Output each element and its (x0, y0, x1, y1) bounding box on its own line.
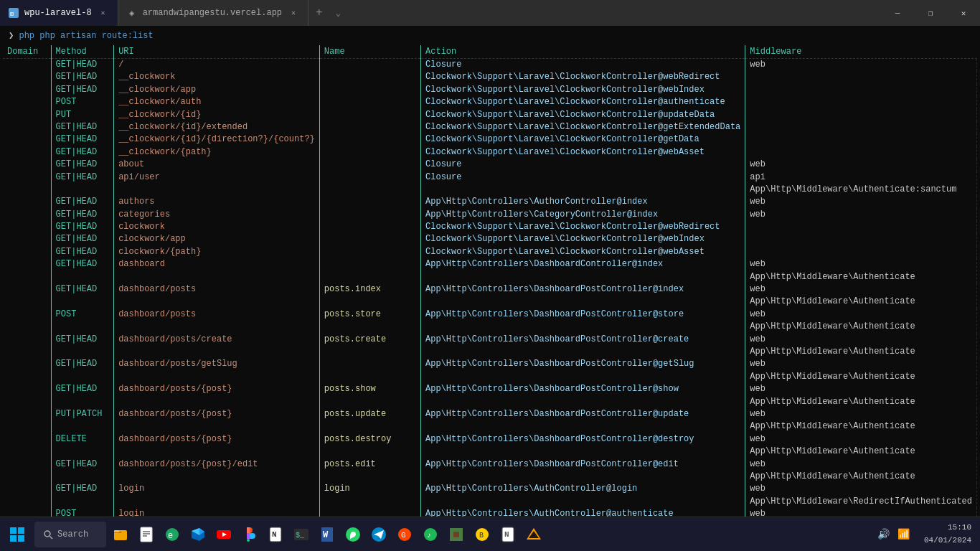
svg-rect-4 (10, 535, 17, 542)
cell-middleware (745, 133, 977, 146)
taskbar-search[interactable]: Search (34, 522, 106, 547)
cell-action: App\Http\Controllers\DashboardPostContro… (421, 458, 745, 484)
cell-middleware: webApp\Http\Middleware\RedirectIfAuthent… (745, 483, 977, 508)
cell-method: GET|HEAD (51, 233, 114, 245)
cell-action: Clockwork\Support\Laravel\ClockworkContr… (421, 109, 745, 121)
cell-uri: dashboard/posts (114, 283, 320, 309)
cell-domain (3, 408, 51, 433)
tab-dropdown-button[interactable]: ⌄ (330, 8, 347, 19)
svg-rect-25 (247, 539, 250, 542)
cell-name (319, 358, 420, 383)
cell-action: App\Http\Controllers\DashboardPostContro… (421, 309, 745, 334)
command-highlight: php (19, 31, 34, 41)
cell-domain (3, 283, 51, 309)
minimize-button[interactable]: — (881, 0, 914, 26)
cell-name (319, 196, 420, 208)
close-button[interactable]: ✕ (947, 0, 980, 26)
cell-middleware (745, 84, 977, 96)
taskbar-telegram[interactable] (367, 523, 390, 546)
table-row: GET|HEAD login login App\Http\Controller… (3, 483, 977, 508)
terminal-content[interactable]: Domain Method URI Name Action Middleware… (0, 45, 980, 517)
tab1-close[interactable]: ✕ (98, 7, 109, 19)
table-row: GET|HEAD dashboard/posts/create posts.cr… (3, 334, 977, 359)
cell-domain (3, 383, 51, 408)
cell-method: GET|HEAD (51, 209, 114, 221)
clock[interactable]: 15:10 04/01/2024 (918, 522, 977, 547)
table-row: PUT|PATCH dashboard/posts/{post} posts.u… (3, 408, 977, 433)
network-icon[interactable]: 📶 (895, 526, 913, 543)
svg-rect-26 (247, 527, 250, 533)
terminal-tab-icon: ⊞ (9, 8, 19, 18)
cell-method: GET|HEAD (51, 146, 114, 159)
cell-uri: clockwork/app (114, 233, 320, 245)
cell-domain (3, 258, 51, 283)
search-icon (43, 529, 53, 540)
cell-name: posts.index (319, 283, 420, 309)
cell-method: GET|HEAD (51, 221, 114, 233)
svg-text:B: B (479, 532, 484, 540)
taskbar-vscode[interactable] (187, 523, 209, 546)
cell-uri: login (114, 483, 320, 508)
table-row: DELETE dashboard/posts/{post} posts.dest… (3, 433, 977, 458)
taskbar-vlc[interactable] (522, 523, 545, 546)
cell-action: App\Http\Controllers\DashboardPostContro… (421, 358, 745, 383)
tab-browser[interactable]: ◈ armandwipangestu.vercel.app ✕ (118, 0, 308, 26)
cell-domain (3, 508, 51, 517)
cell-uri: clockwork (114, 221, 320, 233)
tab-terminal[interactable]: ⊞ wpu-laravel-8 ✕ (0, 0, 118, 26)
cell-name (319, 159, 420, 171)
cell-uri: dashboard/posts/{post} (114, 383, 320, 408)
cell-uri: categories (114, 209, 320, 221)
cell-method: GET|HEAD (51, 258, 114, 283)
start-button[interactable] (3, 520, 32, 549)
cell-uri: dashboard/posts/create (114, 334, 320, 359)
cell-middleware: webApp\Http\Middleware\Authenticate (745, 283, 977, 309)
cell-name (319, 71, 420, 83)
clock-time: 15:10 (924, 522, 971, 534)
taskbar-whatsapp[interactable] (341, 523, 364, 546)
cell-uri: dashboard/posts/getSlug (114, 358, 320, 383)
svg-text:W: W (323, 530, 329, 540)
cell-middleware (745, 221, 977, 233)
cell-method: GET|HEAD (51, 171, 114, 197)
sound-icon[interactable]: 🔊 (875, 526, 892, 543)
taskbar-explorer[interactable] (109, 523, 132, 546)
taskbar-terminal-app[interactable]: $_ (290, 523, 313, 546)
tab2-close[interactable]: ✕ (288, 7, 299, 19)
taskbar-edge[interactable]: e (161, 523, 184, 546)
cell-uri: api/user (114, 171, 320, 197)
table-row: POST dashboard/posts posts.store App\Htt… (3, 309, 977, 334)
taskbar-notion2[interactable]: N (496, 523, 519, 546)
cell-middleware: apiApp\Http\Middleware\Authenticate:sanc… (745, 171, 977, 197)
col-action: Action (421, 45, 745, 59)
cell-domain (3, 358, 51, 383)
svg-line-7 (50, 536, 53, 539)
cell-name: posts.edit (319, 458, 420, 484)
cell-uri: dashboard/posts/{post} (114, 408, 320, 433)
col-middleware: Middleware (745, 45, 977, 59)
cell-domain (3, 84, 51, 96)
taskbar-gaming[interactable]: G (393, 523, 416, 546)
taskbar-spotify[interactable]: ♪ (419, 523, 442, 546)
cell-name (319, 171, 420, 197)
taskbar-notion[interactable]: N (264, 523, 287, 546)
taskbar-word[interactable]: W (316, 523, 339, 546)
table-row: GET|HEAD dashboard/posts posts.index App… (3, 283, 977, 309)
cell-action: Clockwork\Support\Laravel\ClockworkContr… (421, 246, 745, 258)
taskbar-youtube[interactable] (212, 523, 235, 546)
svg-rect-41 (453, 532, 459, 537)
taskbar-beekeeper[interactable]: B (471, 523, 494, 546)
table-row: GET|HEAD authors App\Http\Controllers\Au… (3, 196, 977, 208)
cell-action: Clockwork\Support\Laravel\ClockworkContr… (421, 221, 745, 233)
new-tab-button[interactable]: + (308, 6, 330, 19)
cell-middleware: webApp\Http\Middleware\Authenticate (745, 433, 977, 458)
taskbar-figma[interactable] (238, 523, 261, 546)
maximize-button[interactable]: ❐ (914, 0, 947, 26)
cell-domain (3, 159, 51, 171)
system-tray-icons: 🔊 📶 (872, 526, 915, 543)
taskbar-notepad[interactable] (135, 523, 158, 546)
taskbar-minecraft[interactable] (445, 523, 468, 546)
cell-name (319, 121, 420, 133)
cell-method: GET|HEAD (51, 483, 114, 508)
cell-name (319, 209, 420, 221)
